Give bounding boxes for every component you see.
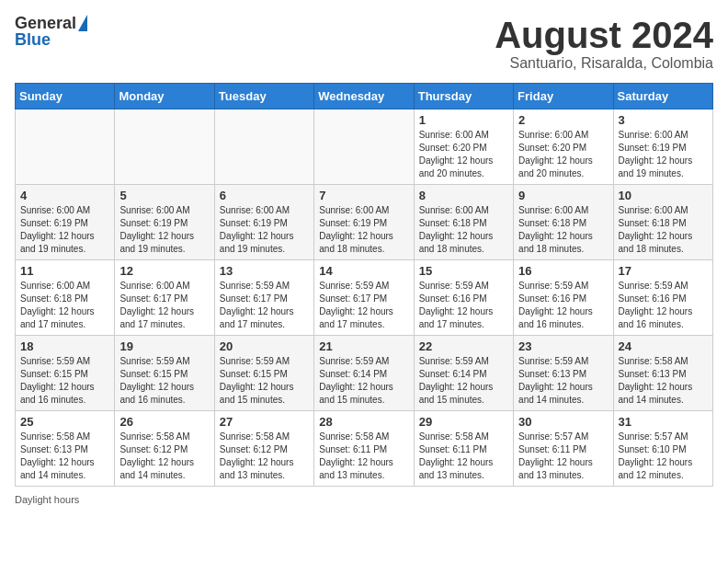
day-info: Sunrise: 5:58 AM Sunset: 6:13 PM Dayligh… bbox=[619, 355, 708, 407]
day-info: Sunrise: 5:58 AM Sunset: 6:13 PM Dayligh… bbox=[20, 431, 109, 482]
calendar-day-cell bbox=[115, 109, 214, 185]
calendar-day-cell bbox=[314, 109, 414, 185]
calendar-day-cell: 27Sunrise: 5:58 AM Sunset: 6:12 PM Dayli… bbox=[214, 411, 313, 487]
calendar-table: SundayMondayTuesdayWednesdayThursdayFrid… bbox=[15, 83, 713, 487]
day-number: 24 bbox=[619, 339, 708, 353]
day-number: 21 bbox=[319, 339, 408, 353]
day-number: 17 bbox=[619, 264, 708, 278]
day-number: 16 bbox=[518, 264, 608, 278]
calendar-day-cell: 15Sunrise: 5:59 AM Sunset: 6:16 PM Dayli… bbox=[414, 260, 513, 336]
day-number: 5 bbox=[119, 189, 209, 202]
title-section: August 2024 Santuario, Risaralda, Colomb… bbox=[495, 15, 713, 72]
logo-blue-text: Blue bbox=[15, 31, 87, 48]
day-number: 19 bbox=[119, 339, 209, 353]
day-number: 29 bbox=[419, 415, 508, 429]
calendar-day-cell: 22Sunrise: 5:59 AM Sunset: 6:14 PM Dayli… bbox=[414, 336, 513, 411]
calendar-day-cell: 4Sunrise: 6:00 AM Sunset: 6:19 PM Daylig… bbox=[16, 185, 115, 260]
calendar-day-cell: 23Sunrise: 5:59 AM Sunset: 6:13 PM Dayli… bbox=[514, 336, 613, 411]
day-info: Sunrise: 5:59 AM Sunset: 6:16 PM Dayligh… bbox=[619, 280, 708, 331]
calendar-day-cell: 13Sunrise: 5:59 AM Sunset: 6:17 PM Dayli… bbox=[214, 260, 313, 336]
calendar-day-cell: 26Sunrise: 5:58 AM Sunset: 6:12 PM Dayli… bbox=[115, 411, 214, 487]
day-number: 28 bbox=[319, 415, 408, 429]
calendar-day-cell: 1Sunrise: 6:00 AM Sunset: 6:20 PM Daylig… bbox=[414, 109, 513, 185]
day-info: Sunrise: 5:58 AM Sunset: 6:11 PM Dayligh… bbox=[319, 431, 408, 482]
day-number: 8 bbox=[419, 189, 508, 202]
day-info: Sunrise: 6:00 AM Sunset: 6:18 PM Dayligh… bbox=[518, 204, 608, 256]
logo-general-text: General bbox=[15, 15, 76, 31]
day-info: Sunrise: 6:00 AM Sunset: 6:20 PM Dayligh… bbox=[518, 129, 608, 180]
day-info: Sunrise: 5:59 AM Sunset: 6:15 PM Dayligh… bbox=[20, 355, 109, 407]
calendar-day-cell bbox=[16, 109, 115, 185]
day-number: 22 bbox=[419, 339, 508, 353]
calendar-day-cell: 20Sunrise: 5:59 AM Sunset: 6:15 PM Dayli… bbox=[214, 336, 313, 411]
calendar-day-cell: 29Sunrise: 5:58 AM Sunset: 6:11 PM Dayli… bbox=[414, 411, 513, 487]
day-info: Sunrise: 5:59 AM Sunset: 6:14 PM Dayligh… bbox=[419, 355, 508, 407]
day-info: Sunrise: 5:59 AM Sunset: 6:16 PM Dayligh… bbox=[419, 280, 508, 331]
day-number: 31 bbox=[619, 415, 708, 429]
day-info: Sunrise: 6:00 AM Sunset: 6:19 PM Dayligh… bbox=[619, 129, 708, 180]
day-info: Sunrise: 5:58 AM Sunset: 6:11 PM Dayligh… bbox=[419, 431, 508, 482]
calendar-day-cell: 14Sunrise: 5:59 AM Sunset: 6:17 PM Dayli… bbox=[314, 260, 414, 336]
weekday-header-sunday: Sunday bbox=[16, 84, 115, 109]
day-number: 10 bbox=[619, 189, 708, 202]
day-number: 9 bbox=[518, 189, 608, 202]
location-subtitle: Santuario, Risaralda, Colombia bbox=[495, 55, 713, 72]
calendar-day-cell: 12Sunrise: 6:00 AM Sunset: 6:17 PM Dayli… bbox=[115, 260, 214, 336]
day-info: Sunrise: 6:00 AM Sunset: 6:19 PM Dayligh… bbox=[220, 204, 309, 256]
calendar-day-cell bbox=[214, 109, 313, 185]
calendar-day-cell: 30Sunrise: 5:57 AM Sunset: 6:11 PM Dayli… bbox=[514, 411, 613, 487]
day-number: 12 bbox=[119, 264, 209, 278]
day-number: 7 bbox=[319, 189, 408, 202]
weekday-header-friday: Friday bbox=[514, 84, 613, 109]
page-header: General Blue August 2024 Santuario, Risa… bbox=[15, 15, 713, 72]
day-number: 1 bbox=[419, 113, 508, 127]
day-number: 25 bbox=[20, 415, 109, 429]
weekday-header-saturday: Saturday bbox=[613, 84, 712, 109]
day-number: 15 bbox=[419, 264, 508, 278]
day-number: 3 bbox=[619, 113, 708, 127]
calendar-day-cell: 31Sunrise: 5:57 AM Sunset: 6:10 PM Dayli… bbox=[613, 411, 712, 487]
calendar-week-1: 1Sunrise: 6:00 AM Sunset: 6:20 PM Daylig… bbox=[16, 109, 713, 185]
day-info: Sunrise: 5:57 AM Sunset: 6:10 PM Dayligh… bbox=[619, 431, 708, 482]
calendar-day-cell: 17Sunrise: 5:59 AM Sunset: 6:16 PM Dayli… bbox=[613, 260, 712, 336]
calendar-day-cell: 16Sunrise: 5:59 AM Sunset: 6:16 PM Dayli… bbox=[514, 260, 613, 336]
day-info: Sunrise: 6:00 AM Sunset: 6:18 PM Dayligh… bbox=[619, 204, 708, 256]
day-info: Sunrise: 5:59 AM Sunset: 6:17 PM Dayligh… bbox=[319, 280, 408, 331]
calendar-day-cell: 9Sunrise: 6:00 AM Sunset: 6:18 PM Daylig… bbox=[514, 185, 613, 260]
logo: General Blue bbox=[15, 15, 87, 48]
day-number: 4 bbox=[20, 189, 109, 202]
month-year-title: August 2024 bbox=[495, 15, 713, 55]
calendar-day-cell: 7Sunrise: 6:00 AM Sunset: 6:19 PM Daylig… bbox=[314, 185, 414, 260]
day-info: Sunrise: 6:00 AM Sunset: 6:17 PM Dayligh… bbox=[119, 280, 209, 331]
day-info: Sunrise: 6:00 AM Sunset: 6:20 PM Dayligh… bbox=[419, 129, 508, 180]
calendar-day-cell: 3Sunrise: 6:00 AM Sunset: 6:19 PM Daylig… bbox=[613, 109, 712, 185]
day-info: Sunrise: 5:59 AM Sunset: 6:15 PM Dayligh… bbox=[220, 355, 309, 407]
calendar-day-cell: 21Sunrise: 5:59 AM Sunset: 6:14 PM Dayli… bbox=[314, 336, 414, 411]
calendar-day-cell: 11Sunrise: 6:00 AM Sunset: 6:18 PM Dayli… bbox=[16, 260, 115, 336]
calendar-day-cell: 18Sunrise: 5:59 AM Sunset: 6:15 PM Dayli… bbox=[16, 336, 115, 411]
day-info: Sunrise: 5:58 AM Sunset: 6:12 PM Dayligh… bbox=[220, 431, 309, 482]
calendar-day-cell: 2Sunrise: 6:00 AM Sunset: 6:20 PM Daylig… bbox=[514, 109, 613, 185]
day-info: Sunrise: 6:00 AM Sunset: 6:18 PM Dayligh… bbox=[20, 280, 109, 331]
calendar-day-cell: 6Sunrise: 6:00 AM Sunset: 6:19 PM Daylig… bbox=[214, 185, 313, 260]
day-number: 30 bbox=[518, 415, 608, 429]
calendar-day-cell: 5Sunrise: 6:00 AM Sunset: 6:19 PM Daylig… bbox=[115, 185, 214, 260]
day-number: 27 bbox=[220, 415, 309, 429]
calendar-week-3: 11Sunrise: 6:00 AM Sunset: 6:18 PM Dayli… bbox=[16, 260, 713, 336]
weekday-header-wednesday: Wednesday bbox=[314, 84, 414, 109]
weekday-header-row: SundayMondayTuesdayWednesdayThursdayFrid… bbox=[16, 84, 713, 109]
day-info: Sunrise: 5:59 AM Sunset: 6:13 PM Dayligh… bbox=[518, 355, 608, 407]
weekday-header-tuesday: Tuesday bbox=[214, 84, 313, 109]
day-number: 11 bbox=[20, 264, 109, 278]
day-info: Sunrise: 5:59 AM Sunset: 6:17 PM Dayligh… bbox=[220, 280, 309, 331]
day-info: Sunrise: 6:00 AM Sunset: 6:19 PM Dayligh… bbox=[319, 204, 408, 256]
weekday-header-monday: Monday bbox=[115, 84, 214, 109]
calendar-week-4: 18Sunrise: 5:59 AM Sunset: 6:15 PM Dayli… bbox=[16, 336, 713, 411]
day-number: 13 bbox=[220, 264, 309, 278]
day-info: Sunrise: 5:59 AM Sunset: 6:16 PM Dayligh… bbox=[518, 280, 608, 331]
day-info: Sunrise: 6:00 AM Sunset: 6:19 PM Dayligh… bbox=[119, 204, 209, 256]
calendar-week-2: 4Sunrise: 6:00 AM Sunset: 6:19 PM Daylig… bbox=[16, 185, 713, 260]
day-number: 14 bbox=[319, 264, 408, 278]
calendar-day-cell: 24Sunrise: 5:58 AM Sunset: 6:13 PM Dayli… bbox=[613, 336, 712, 411]
calendar-day-cell: 25Sunrise: 5:58 AM Sunset: 6:13 PM Dayli… bbox=[16, 411, 115, 487]
